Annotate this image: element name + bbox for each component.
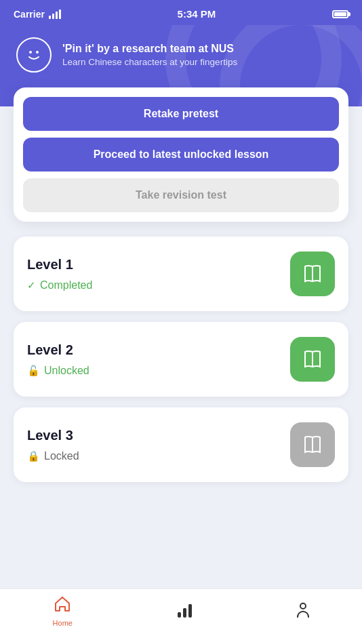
svg-point-1 bbox=[36, 51, 39, 54]
check-icon: ✓ bbox=[27, 279, 36, 291]
level-3-icon[interactable] bbox=[290, 422, 335, 467]
level-2-title: Level 2 bbox=[27, 342, 89, 358]
nav-home-label: Home bbox=[53, 619, 73, 627]
carrier-label: Carrier bbox=[14, 9, 45, 20]
stats-icon bbox=[178, 603, 192, 618]
battery-fill bbox=[334, 12, 346, 16]
time-display: 5:34 PM bbox=[178, 8, 216, 20]
wifi-icon bbox=[49, 9, 61, 19]
take-revision-button[interactable]: Take revision test bbox=[23, 178, 339, 212]
nav-profile[interactable] bbox=[283, 599, 323, 624]
book-icon-2 bbox=[301, 348, 324, 371]
level-1-icon[interactable] bbox=[290, 251, 335, 296]
lock-icon: 🔒 bbox=[27, 450, 40, 462]
status-bar: Carrier 5:34 PM bbox=[0, 0, 362, 25]
level-card-1[interactable]: Level 1 ✓ Completed bbox=[14, 237, 348, 311]
nav-stats[interactable] bbox=[164, 599, 205, 624]
battery-icon bbox=[332, 10, 348, 18]
action-card: Retake pretest Proceed to latest unlocke… bbox=[14, 87, 348, 222]
profile-icon bbox=[297, 603, 309, 618]
main-content: Retake pretest Proceed to latest unlocke… bbox=[0, 87, 362, 482]
unlock-icon: 🔓 bbox=[27, 365, 40, 377]
nav-home[interactable]: Home bbox=[39, 591, 86, 631]
svg-point-0 bbox=[29, 51, 32, 54]
level-3-title: Level 3 bbox=[27, 428, 79, 443]
level-3-info: Level 3 🔒 Locked bbox=[27, 428, 79, 462]
level-2-status-text: Unlocked bbox=[44, 365, 89, 377]
app-title: 'Pin it' by a research team at NUS bbox=[62, 43, 237, 55]
levels-container: Level 1 ✓ Completed Level 2 🔓 Unlocked bbox=[14, 237, 348, 482]
book-icon-3 bbox=[301, 433, 324, 456]
level-card-2[interactable]: Level 2 🔓 Unlocked bbox=[14, 322, 348, 397]
battery-indicator bbox=[332, 10, 348, 18]
level-1-status: ✓ Completed bbox=[27, 279, 92, 291]
level-card-3[interactable]: Level 3 🔒 Locked bbox=[14, 407, 348, 482]
carrier-wifi: Carrier bbox=[14, 9, 61, 20]
level-1-status-text: Completed bbox=[40, 279, 92, 291]
book-icon-1 bbox=[301, 262, 324, 285]
home-icon bbox=[54, 595, 71, 617]
level-1-title: Level 1 bbox=[27, 257, 92, 273]
level-2-icon[interactable] bbox=[290, 337, 335, 382]
proceed-lesson-button[interactable]: Proceed to latest unlocked lesson bbox=[23, 138, 339, 172]
level-3-status: 🔒 Locked bbox=[27, 450, 79, 462]
level-3-status-text: Locked bbox=[44, 450, 79, 462]
header-text: 'Pin it' by a research team at NUS Learn… bbox=[62, 43, 237, 67]
app-logo bbox=[16, 37, 52, 73]
retake-pretest-button[interactable]: Retake pretest bbox=[23, 97, 339, 131]
level-1-info: Level 1 ✓ Completed bbox=[27, 257, 92, 291]
level-2-info: Level 2 🔓 Unlocked bbox=[27, 342, 89, 377]
app-subtitle: Learn Chinese characters at your fingert… bbox=[62, 57, 237, 67]
bottom-nav: Home bbox=[0, 588, 362, 644]
level-2-status: 🔓 Unlocked bbox=[27, 365, 89, 377]
